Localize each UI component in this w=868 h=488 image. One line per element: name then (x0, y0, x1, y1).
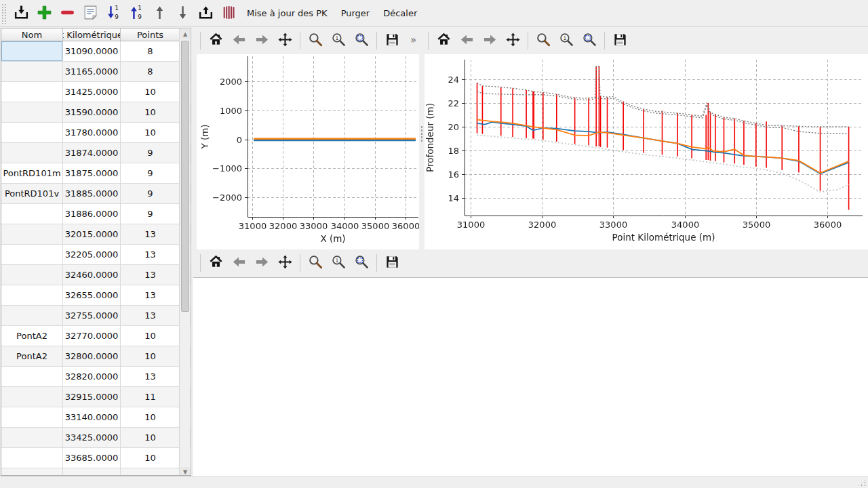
cell-pk[interactable]: 32205.0000 (63, 245, 121, 265)
cell-pk[interactable]: 31875.0000 (63, 163, 121, 184)
cell-points[interactable]: 9 (121, 163, 180, 184)
cell-nom[interactable] (1, 123, 63, 143)
cell-points[interactable]: 11 (121, 387, 180, 407)
cell-nom[interactable] (1, 265, 63, 285)
cell-nom[interactable] (1, 367, 63, 387)
back-button[interactable] (456, 30, 477, 52)
home-button[interactable] (433, 30, 454, 52)
export-button[interactable] (195, 3, 216, 24)
cell-nom[interactable] (1, 204, 63, 224)
cell-pk[interactable]: 32915.0000 (63, 387, 121, 407)
cell-nom[interactable] (1, 468, 63, 476)
back-button[interactable] (228, 30, 250, 52)
cell-nom[interactable] (1, 41, 63, 62)
cell-pk[interactable]: 31780.0000 (63, 123, 121, 143)
zoom-rect-button[interactable] (351, 30, 372, 52)
cell-pk[interactable]: 33140.0000 (63, 407, 121, 428)
cell-points[interactable]: 10 (121, 326, 180, 346)
save-button[interactable] (609, 30, 631, 52)
cell-points[interactable]: 9 (121, 204, 180, 224)
cell-pk[interactable]: 32755.0000 (63, 306, 121, 326)
cell-pk[interactable]: 33425.0000 (63, 428, 121, 448)
column-header-nom[interactable]: Nom (1, 28, 63, 41)
cell-points[interactable]: 10 (121, 123, 180, 143)
cell-pk[interactable]: 31886.0000 (63, 204, 121, 224)
cell-pk[interactable]: 32460.0000 (63, 265, 121, 285)
cell-nom[interactable] (1, 387, 63, 407)
cell-pk[interactable]: 31090.0000 (63, 41, 121, 62)
table-vertical-scrollbar[interactable]: ▲ ▼ (179, 29, 190, 476)
cell-pk[interactable]: 32655.0000 (63, 285, 121, 306)
toolbar-overflow-chevron[interactable]: » (410, 34, 416, 46)
cell-nom[interactable] (1, 245, 63, 265)
save-button[interactable] (381, 252, 403, 274)
move-up-button[interactable] (149, 3, 170, 24)
add-button[interactable] (33, 3, 55, 24)
cell-pk[interactable]: 31425.0000 (63, 82, 121, 102)
notes-button[interactable] (79, 3, 101, 24)
save-button[interactable] (381, 30, 403, 52)
column-header-pk[interactable]: t Kilométrique (63, 28, 121, 41)
cell-points[interactable]: 13 (121, 367, 180, 387)
window-resize-grip[interactable] (857, 479, 867, 487)
zoom-button[interactable] (304, 252, 326, 274)
home-button[interactable] (205, 30, 226, 52)
zoom-one-button[interactable]: 1 (328, 30, 349, 52)
zoom-button[interactable] (304, 30, 326, 52)
move-down-button[interactable] (172, 3, 193, 24)
zoom-button[interactable] (532, 30, 554, 52)
cell-pk[interactable]: 32015.0000 (63, 224, 121, 245)
cell-pk[interactable]: 31874.0000 (63, 143, 121, 163)
cell-pk[interactable]: 31885.0000 (63, 184, 121, 204)
profile-plot-canvas[interactable] (425, 54, 868, 249)
pan-button[interactable] (502, 30, 524, 52)
cell-points[interactable]: 10 (121, 428, 180, 448)
cell-nom[interactable] (1, 285, 63, 306)
cell-nom[interactable] (1, 102, 63, 123)
cell-points[interactable] (121, 468, 180, 476)
cell-points[interactable]: 10 (121, 346, 180, 367)
cell-points[interactable]: 8 (121, 41, 180, 62)
scrollbar-thumb[interactable] (181, 41, 189, 312)
cell-points[interactable]: 13 (121, 306, 180, 326)
zoom-one-button[interactable]: 1 (328, 252, 349, 274)
cell-points[interactable]: 13 (121, 265, 180, 285)
scroll-down-button[interactable]: ▼ (180, 467, 190, 476)
sort-asc-button[interactable]: 19 (102, 3, 124, 24)
cell-pk[interactable]: 31165.0000 (63, 62, 121, 82)
pan-button[interactable] (274, 252, 296, 274)
cell-points[interactable]: 9 (121, 184, 180, 204)
xy-plot-canvas[interactable] (197, 54, 419, 249)
pan-button[interactable] (274, 30, 296, 52)
forward-button[interactable] (479, 30, 500, 52)
cell-pk[interactable]: 32770.0000 (63, 326, 121, 346)
cell-nom[interactable] (1, 62, 63, 82)
cell-points[interactable]: 13 (121, 245, 180, 265)
cell-nom[interactable] (1, 428, 63, 448)
cell-nom[interactable] (1, 224, 63, 245)
cell-points[interactable]: 9 (121, 143, 180, 163)
scroll-up-button[interactable]: ▲ (180, 29, 190, 39)
cell-points[interactable]: 10 (121, 102, 180, 123)
cell-pk[interactable]: 33685.0000 (63, 448, 121, 468)
cell-points[interactable]: 13 (121, 285, 180, 306)
zoom-one-button[interactable]: 1 (555, 30, 577, 52)
cell-nom[interactable] (1, 407, 63, 428)
purge-button[interactable]: Purger (334, 4, 377, 22)
cell-pk[interactable]: 32820.0000 (63, 367, 121, 387)
shift-button[interactable]: Décaler (376, 4, 424, 22)
cell-nom[interactable] (1, 82, 63, 102)
cell-nom[interactable] (1, 143, 63, 163)
sort-desc-button[interactable]: 19 (125, 3, 147, 24)
forward-button[interactable] (251, 30, 273, 52)
cell-points[interactable]: 13 (121, 224, 180, 245)
cell-pk[interactable] (63, 468, 121, 476)
home-button[interactable] (205, 252, 226, 274)
back-button[interactable] (228, 252, 250, 274)
zoom-rect-button[interactable] (351, 252, 372, 274)
cell-points[interactable]: 10 (121, 448, 180, 468)
remove-button[interactable] (56, 3, 78, 24)
cell-points[interactable]: 8 (121, 62, 180, 82)
cell-pk[interactable]: 32800.0000 (63, 346, 121, 367)
plots-splitter[interactable] (419, 54, 425, 249)
